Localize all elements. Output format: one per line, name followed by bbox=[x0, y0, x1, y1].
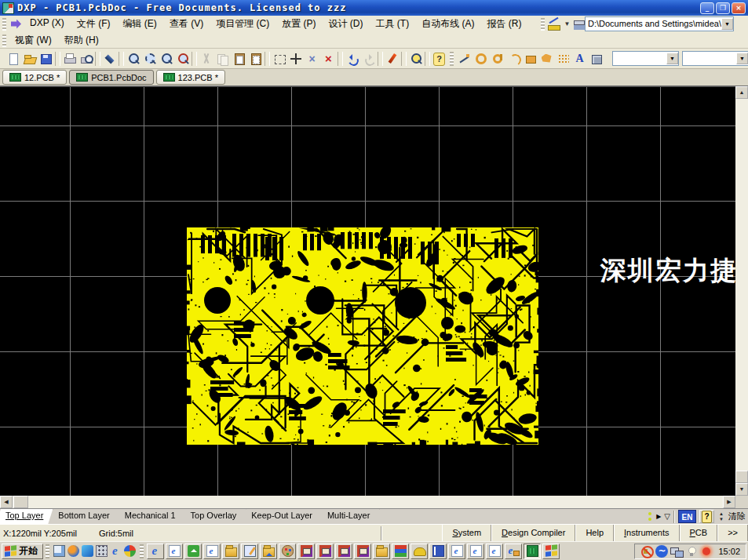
ie-doc-1-button[interactable] bbox=[166, 544, 183, 559]
copy-button[interactable] bbox=[214, 50, 231, 67]
doc-tab-12-pcb[interactable]: 12.PCB * bbox=[2, 70, 67, 85]
combo-arrow-icon[interactable]: ▼ bbox=[666, 53, 678, 64]
doc-tab-123-pcb[interactable]: 123.PCB * bbox=[156, 70, 225, 85]
vertical-scroll-thumb[interactable] bbox=[735, 471, 748, 483]
toolbar-combo-1[interactable]: ▼ bbox=[612, 51, 679, 66]
dxp-pcb-window-button[interactable] bbox=[524, 544, 541, 559]
horizontal-scrollbar[interactable]: ◀ ▶ bbox=[0, 496, 735, 508]
ie-doc-2-button[interactable] bbox=[203, 544, 221, 559]
help-button[interactable] bbox=[431, 50, 447, 67]
interactive-routing-button[interactable] bbox=[384, 50, 400, 67]
print-preview-button[interactable] bbox=[78, 50, 94, 67]
language-help-icon[interactable] bbox=[699, 510, 714, 523]
place-component-button[interactable] bbox=[588, 50, 604, 67]
panel-pcb[interactable]: PCB bbox=[680, 525, 718, 541]
toolbar-item[interactable] bbox=[95, 52, 100, 66]
minimize-button[interactable]: _ bbox=[700, 2, 714, 14]
menu-design[interactable]: 设计 (D) bbox=[322, 16, 369, 32]
place-pad-button[interactable] bbox=[473, 50, 489, 67]
layer-tab-top-layer[interactable]: Top Layer bbox=[0, 509, 53, 524]
toolbar-item[interactable] bbox=[378, 52, 383, 66]
toolbar-item[interactable] bbox=[192, 52, 197, 66]
vertical-scrollbar[interactable]: ▲ ▼ bbox=[735, 86, 748, 496]
calculator-icon[interactable] bbox=[96, 545, 108, 557]
place-polygon-button[interactable] bbox=[538, 50, 555, 67]
filter-icon[interactable]: ▽ bbox=[664, 512, 670, 521]
ie-session-button[interactable] bbox=[505, 544, 522, 559]
zoom-selection-button[interactable] bbox=[158, 50, 174, 67]
mini-toolbar-grip[interactable] bbox=[541, 18, 545, 31]
browse-board-button[interactable] bbox=[101, 50, 118, 67]
scroll-right-icon[interactable]: ▶ bbox=[723, 496, 735, 508]
notebook-app-button[interactable] bbox=[429, 544, 447, 559]
layer-tab-multi-layer[interactable]: Multi-Layer bbox=[318, 509, 379, 524]
text-editor-button[interactable] bbox=[241, 544, 258, 559]
menubar-grip-2[interactable] bbox=[2, 35, 6, 47]
toolbar-item[interactable] bbox=[265, 52, 270, 66]
taskbar-grip[interactable] bbox=[140, 544, 144, 558]
zoom-document-button[interactable] bbox=[125, 50, 141, 67]
show-desktop-icon[interactable] bbox=[53, 545, 65, 557]
toolbar-item[interactable] bbox=[401, 52, 407, 66]
menu-view[interactable]: 查看 (V) bbox=[163, 16, 210, 32]
scroll-up-icon[interactable]: ▲ bbox=[735, 86, 748, 99]
picture-viewer-2-button[interactable] bbox=[316, 544, 334, 559]
close-button[interactable]: × bbox=[732, 2, 746, 14]
layer-tab-bottom-layer[interactable]: Bottom Layer bbox=[49, 509, 119, 524]
deselect-all-button[interactable] bbox=[304, 50, 320, 67]
place-via-button[interactable] bbox=[489, 50, 505, 67]
ie-doc-4-button[interactable] bbox=[467, 544, 484, 559]
panel-help[interactable]: Help bbox=[575, 525, 614, 541]
toolbar-item[interactable] bbox=[55, 52, 60, 66]
picture-viewer-3-button[interactable] bbox=[335, 544, 352, 559]
layer-tab-top-overlay[interactable]: Top Overlay bbox=[181, 509, 246, 524]
tool-app-button[interactable] bbox=[410, 544, 428, 559]
cut-button[interactable] bbox=[198, 50, 214, 67]
messenger-icon[interactable] bbox=[82, 545, 93, 557]
place-arc-button[interactable] bbox=[505, 50, 522, 67]
panel-design-compiler[interactable]: Design Compiler bbox=[491, 525, 575, 541]
internet-explorer-icon[interactable] bbox=[110, 545, 122, 557]
ie-doc-3-button[interactable] bbox=[448, 544, 465, 559]
panel-system[interactable]: System bbox=[442, 525, 491, 541]
redo-button[interactable] bbox=[360, 50, 377, 67]
menu-reports[interactable]: 报告 (R) bbox=[480, 16, 527, 32]
place-line-button[interactable] bbox=[456, 50, 473, 67]
print-button[interactable] bbox=[61, 50, 78, 67]
clear-label[interactable]: 清除 bbox=[728, 511, 746, 522]
save-document-button[interactable] bbox=[38, 50, 54, 67]
language-options-icon[interactable]: ▲▼ bbox=[717, 511, 725, 522]
colorful-app-button[interactable] bbox=[542, 544, 560, 559]
language-badge[interactable]: EN bbox=[678, 510, 696, 523]
panel-instruments[interactable]: Instruments bbox=[614, 525, 679, 541]
menu-file[interactable]: 文件 (F) bbox=[71, 16, 117, 32]
combo-arrow-icon[interactable]: ▼ bbox=[736, 53, 748, 64]
undo-button[interactable] bbox=[344, 50, 360, 67]
menu-edit[interactable]: 编辑 (E) bbox=[116, 16, 162, 32]
menu-place[interactable]: 放置 (P) bbox=[275, 16, 322, 32]
audio-utility-icon[interactable] bbox=[655, 545, 668, 558]
paint-button[interactable] bbox=[279, 544, 296, 559]
quicklaunch-grip[interactable] bbox=[46, 544, 49, 558]
place-string-button[interactable] bbox=[571, 50, 588, 67]
network-status-icon[interactable] bbox=[670, 545, 683, 558]
toolbar-item[interactable] bbox=[119, 52, 124, 66]
panel-more[interactable]: >> bbox=[717, 525, 748, 541]
menubar-grip[interactable] bbox=[2, 18, 6, 31]
menu-autoroute[interactable]: 自动布线 (A) bbox=[415, 16, 480, 32]
toolbar-combo-2[interactable]: ▼ bbox=[682, 51, 748, 66]
menu-window[interactable]: 视窗 (W) bbox=[9, 32, 58, 49]
books-app-button[interactable] bbox=[392, 544, 409, 559]
restore-button[interactable]: ❐ bbox=[716, 2, 730, 14]
toolbar-item[interactable] bbox=[425, 52, 430, 66]
menu-project[interactable]: 项目管理 (C) bbox=[210, 16, 275, 32]
msn-icon[interactable] bbox=[124, 545, 136, 557]
play-icon[interactable]: ▶ bbox=[656, 513, 661, 520]
path-combo-arrow-icon[interactable]: ▼ bbox=[721, 18, 733, 30]
menu-tools[interactable]: 工具 (T) bbox=[369, 16, 415, 32]
open-document-button[interactable] bbox=[21, 50, 38, 67]
picture-viewer-1-button[interactable] bbox=[297, 544, 315, 559]
new-document-button[interactable] bbox=[5, 50, 21, 67]
folder-open-button[interactable] bbox=[260, 544, 277, 559]
mask-level-icon[interactable] bbox=[647, 511, 653, 522]
